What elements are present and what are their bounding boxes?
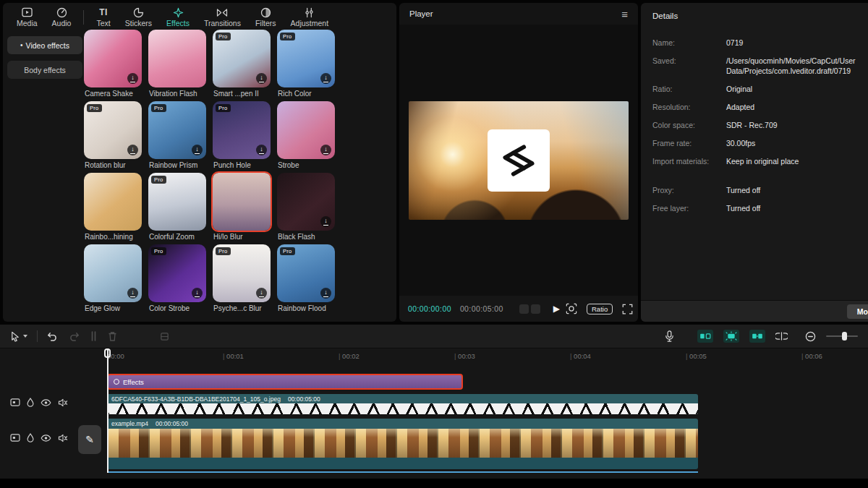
- effect-thumbnail[interactable]: Pro ↓: [213, 101, 271, 159]
- download-icon[interactable]: ↓: [320, 73, 331, 84]
- detail-row: Color space: SDR - Rec.709: [652, 120, 862, 130]
- playhead-handle[interactable]: [104, 348, 111, 358]
- timeline-zoom-slider[interactable]: [826, 335, 858, 337]
- effect-thumbnail[interactable]: ↓: [277, 173, 335, 231]
- ratio-button[interactable]: Ratio: [587, 304, 613, 314]
- tab-label: Audio: [52, 19, 72, 27]
- cover-icon[interactable]: [27, 398, 34, 407]
- effect-thumbnail[interactable]: [148, 30, 206, 87]
- effect-item[interactable]: ↓ Strobe: [277, 101, 336, 171]
- download-icon[interactable]: ↓: [127, 288, 138, 299]
- effect-label: Rotation blur: [85, 161, 143, 169]
- effect-item[interactable]: Pro ↓ Rainbow Prism: [148, 101, 208, 171]
- download-icon[interactable]: ↓: [256, 73, 267, 84]
- category-body-effects[interactable]: Body effects: [7, 61, 82, 79]
- effect-thumbnail[interactable]: Pro ↓: [148, 101, 206, 159]
- effect-item[interactable]: ↓ Black Flash: [277, 173, 336, 243]
- effect-thumbnail[interactable]: [213, 173, 271, 231]
- effect-item[interactable]: Pro ↓ Psyche...c Blur: [213, 244, 272, 314]
- image-clip[interactable]: 6DFCA540-F633-4A3B-B1DB-DBA1BE201704_1_1…: [107, 394, 698, 414]
- player-title: Player: [409, 9, 433, 18]
- effect-item[interactable]: Pro ↓ Smart ...pen II: [213, 30, 272, 100]
- effect-item[interactable]: Pro ↓ Rainbow Flood: [277, 244, 336, 314]
- magnetic-snap-toggle[interactable]: [723, 330, 739, 343]
- modify-button[interactable]: Mo: [847, 304, 868, 319]
- effect-thumbnail[interactable]: Pro ↓: [277, 244, 335, 302]
- detail-value: Keep in original place: [726, 156, 799, 166]
- play-button[interactable]: ▶: [553, 304, 560, 314]
- cover-icon[interactable]: [27, 433, 34, 442]
- download-icon[interactable]: ↓: [192, 145, 203, 155]
- next-frame-button[interactable]: [531, 304, 540, 314]
- main-track-icon[interactable]: [10, 434, 20, 442]
- download-icon[interactable]: ↓: [256, 288, 267, 299]
- edit-track-button[interactable]: ✎: [78, 425, 101, 454]
- hide-track-icon[interactable]: [41, 399, 51, 406]
- effect-item[interactable]: Pro ↓ Rotation blur: [84, 101, 143, 171]
- effect-item[interactable]: Vibration Flash: [148, 30, 208, 100]
- effect-item[interactable]: ↓ Camera Shake: [84, 30, 143, 100]
- effect-item[interactable]: Pro ↓ Rich Color: [277, 30, 336, 100]
- hide-track-icon[interactable]: [41, 435, 51, 442]
- preview-axis-toggle[interactable]: [697, 330, 713, 343]
- tab-effects[interactable]: Effects: [160, 6, 196, 28]
- effect-item[interactable]: Hi/lo Blur: [213, 173, 272, 243]
- timeline-ruler[interactable]: 00:00 00:01 00:02 00:03 00:04 00:05 00:0…: [107, 348, 868, 363]
- effect-thumbnail[interactable]: Pro ↓: [213, 30, 271, 87]
- effect-item[interactable]: Pro ↓ Punch Hole: [213, 101, 272, 171]
- mute-track-icon[interactable]: [58, 398, 68, 407]
- effect-label: Black Flash: [278, 233, 336, 241]
- record-voiceover-icon[interactable]: [665, 330, 674, 342]
- download-icon[interactable]: ↓: [127, 73, 138, 84]
- effect-item[interactable]: Rainbo...hining: [84, 173, 143, 243]
- effect-thumbnail[interactable]: ↓: [84, 244, 142, 302]
- download-icon[interactable]: ↓: [320, 145, 331, 155]
- effects-clip-selected[interactable]: Effects: [107, 374, 463, 390]
- video-clip[interactable]: example.mp4 00:00:05:00: [107, 419, 698, 469]
- fullscreen-icon[interactable]: [622, 304, 633, 314]
- player-header: Player ≡: [399, 3, 638, 25]
- effect-thumbnail[interactable]: Pro ↓: [148, 244, 206, 302]
- snapshot-icon[interactable]: [566, 303, 577, 314]
- tab-text[interactable]: TI Text: [90, 6, 116, 28]
- unlink-tool[interactable]: [775, 332, 788, 341]
- tab-media[interactable]: Media: [10, 6, 44, 28]
- tab-adjustment[interactable]: Adjustment: [284, 6, 336, 28]
- delete-button[interactable]: [108, 331, 117, 341]
- effect-thumbnail[interactable]: Pro: [148, 173, 206, 231]
- effect-thumbnail[interactable]: Pro ↓: [84, 101, 142, 159]
- mute-track-icon[interactable]: [58, 434, 68, 442]
- download-icon[interactable]: ↓: [320, 216, 331, 227]
- prev-frame-button[interactable]: [519, 304, 529, 314]
- effect-item[interactable]: Pro Colorful Zoom: [148, 173, 208, 243]
- effect-thumbnail[interactable]: Pro ↓: [213, 244, 271, 302]
- detail-label: Resolution:: [652, 102, 726, 112]
- tab-stickers[interactable]: Stickers: [119, 6, 158, 28]
- tab-label: Stickers: [125, 19, 152, 27]
- zoom-out-icon[interactable]: [805, 331, 816, 342]
- download-icon[interactable]: ↓: [127, 145, 138, 155]
- tab-transitions[interactable]: Transitions: [197, 6, 247, 28]
- auto-link-toggle[interactable]: [749, 330, 765, 343]
- effect-thumbnail[interactable]: ↓: [84, 30, 142, 87]
- effect-label: Color Strobe: [149, 304, 208, 312]
- effect-label: Camera Shake: [85, 90, 143, 98]
- download-icon[interactable]: ↓: [320, 288, 331, 299]
- filters-icon: [260, 7, 271, 18]
- category-video-effects[interactable]: • Video effects: [7, 36, 82, 54]
- effect-item[interactable]: Pro ↓ Color Strobe: [148, 244, 208, 314]
- effect-item[interactable]: ↓ Edge Glow: [84, 244, 143, 314]
- main-track-icon[interactable]: [10, 398, 20, 406]
- effect-thumbnail[interactable]: Pro ↓: [277, 30, 335, 87]
- zoom-slider-handle[interactable]: [842, 332, 847, 341]
- download-icon[interactable]: ↓: [256, 145, 267, 155]
- download-icon[interactable]: ↓: [192, 288, 203, 299]
- video-preview[interactable]: [409, 101, 629, 220]
- effect-thumbnail[interactable]: [84, 173, 142, 231]
- crop-tool[interactable]: [160, 332, 169, 341]
- playhead-line[interactable]: [107, 348, 109, 473]
- effect-thumbnail[interactable]: ↓: [277, 101, 335, 159]
- tab-audio[interactable]: Audio: [46, 6, 78, 28]
- player-menu-icon[interactable]: ≡: [621, 8, 628, 20]
- tab-filters[interactable]: Filters: [249, 6, 283, 28]
